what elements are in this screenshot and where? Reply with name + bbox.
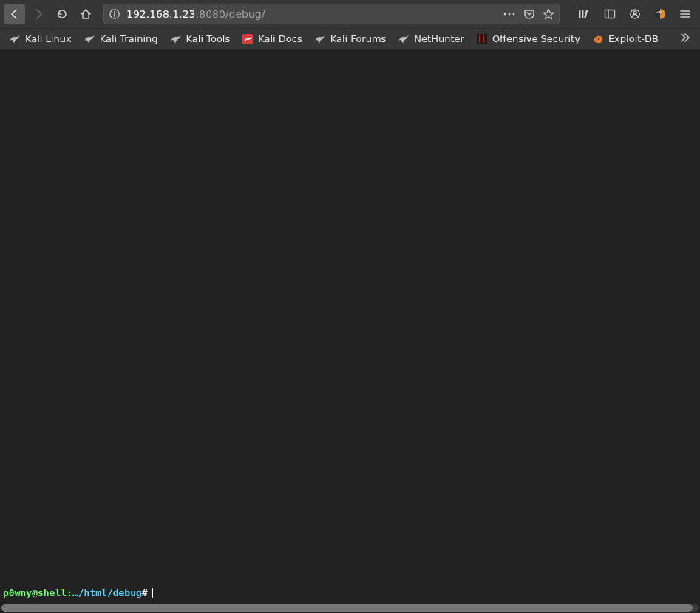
bookmark-kali-docs[interactable]: Kali Docs xyxy=(236,30,308,48)
sidebar-button[interactable] xyxy=(599,4,620,24)
reload-button[interactable] xyxy=(52,4,72,24)
address-bar[interactable]: 192.168.1.23:8080/debug/ xyxy=(103,4,560,24)
kali-dragon-icon xyxy=(84,33,95,45)
forward-button[interactable] xyxy=(28,4,49,24)
svg-point-12 xyxy=(633,11,636,14)
svg-point-23 xyxy=(598,38,599,39)
svg-rect-7 xyxy=(582,10,583,18)
url-host: 192.168.1.23 xyxy=(126,8,196,20)
svg-rect-2 xyxy=(114,13,115,17)
bookmark-kali-forums[interactable]: Kali Forums xyxy=(308,30,393,48)
kali-dragon-icon xyxy=(398,33,410,45)
back-icon xyxy=(9,8,21,20)
prompt-symbol: # xyxy=(142,587,148,598)
info-icon[interactable] xyxy=(109,8,120,20)
svg-rect-22 xyxy=(483,35,484,43)
svg-rect-6 xyxy=(579,10,580,18)
bookmark-kali-linux[interactable]: Kali Linux xyxy=(3,30,78,48)
back-button[interactable] xyxy=(4,4,25,24)
svg-rect-21 xyxy=(479,35,480,43)
bookmark-label: Kali Docs xyxy=(258,33,302,44)
svg-point-15 xyxy=(662,12,663,13)
library-icon xyxy=(578,8,591,20)
bookmark-nethunter[interactable]: NetHunter xyxy=(392,30,470,48)
svg-point-1 xyxy=(114,11,115,13)
horizontal-scrollbar-thumb[interactable] xyxy=(1,604,693,612)
reload-icon xyxy=(56,8,68,20)
kali-dragon-icon xyxy=(9,33,21,45)
extension-icon xyxy=(654,8,666,20)
kali-dragon-icon xyxy=(314,33,326,45)
bookmark-offensive-security[interactable]: Offensive Security xyxy=(470,30,586,48)
prompt-user: p0wny@shell: xyxy=(3,587,72,598)
bookmark-kali-tools[interactable]: Kali Tools xyxy=(164,30,237,48)
svg-point-5 xyxy=(513,13,515,16)
horizontal-scrollbar[interactable] xyxy=(1,604,699,612)
bookmark-label: Kali Tools xyxy=(186,33,231,44)
svg-rect-9 xyxy=(605,10,615,18)
svg-point-14 xyxy=(657,12,659,13)
bookmark-star-icon[interactable] xyxy=(543,8,554,20)
shell-prompt-line[interactable]: p0wny@shell:…/html/debug# xyxy=(3,587,697,598)
bookmark-label: Offensive Security xyxy=(492,33,580,44)
bookmark-label: Kali Forums xyxy=(330,33,387,44)
text-cursor xyxy=(152,588,153,598)
home-button[interactable] xyxy=(75,4,96,24)
hamburger-icon xyxy=(679,8,691,20)
bookmark-label: Kali Linux xyxy=(25,33,72,44)
exploitdb-icon xyxy=(592,33,604,45)
library-button[interactable] xyxy=(574,4,595,24)
pocket-icon[interactable] xyxy=(523,8,535,20)
bookmark-kali-training[interactable]: Kali Training xyxy=(78,30,164,48)
bookmarks-bar: Kali Linux Kali Training Kali Tools Kali… xyxy=(0,28,700,49)
page-content: p0wny@shell:…/html/debug# xyxy=(0,49,700,613)
url-path: :8080/debug/ xyxy=(196,8,265,20)
bookmark-exploit-db[interactable]: Exploit-DB xyxy=(586,30,665,48)
extension-button[interactable] xyxy=(650,4,670,24)
navigation-toolbar: 192.168.1.23:8080/debug/ xyxy=(0,0,700,28)
bookmark-label: NetHunter xyxy=(414,33,464,44)
kali-docs-icon xyxy=(242,33,254,45)
forward-icon xyxy=(33,8,44,20)
bookmark-label: Exploit-DB xyxy=(608,33,659,44)
sidebar-icon xyxy=(604,8,616,20)
chevron-double-right-icon xyxy=(679,33,691,43)
kali-dragon-icon xyxy=(170,33,182,45)
bookmarks-overflow-button[interactable] xyxy=(673,30,697,48)
svg-rect-20 xyxy=(477,34,487,44)
svg-point-3 xyxy=(504,13,506,16)
more-dots-icon[interactable] xyxy=(503,8,516,20)
menu-button[interactable] xyxy=(675,4,696,24)
right-toolbar xyxy=(567,4,696,24)
prompt-path: …/html/debug xyxy=(72,587,142,598)
offsec-icon xyxy=(476,33,488,45)
terminal-output[interactable]: p0wny@shell:…/html/debug# xyxy=(0,49,700,603)
url-text[interactable]: 192.168.1.23:8080/debug/ xyxy=(126,8,497,20)
account-icon xyxy=(629,8,641,20)
svg-rect-8 xyxy=(584,10,588,18)
bookmark-label: Kali Training xyxy=(100,33,158,44)
svg-point-4 xyxy=(509,13,511,16)
account-button[interactable] xyxy=(625,4,645,24)
home-icon xyxy=(80,8,92,20)
